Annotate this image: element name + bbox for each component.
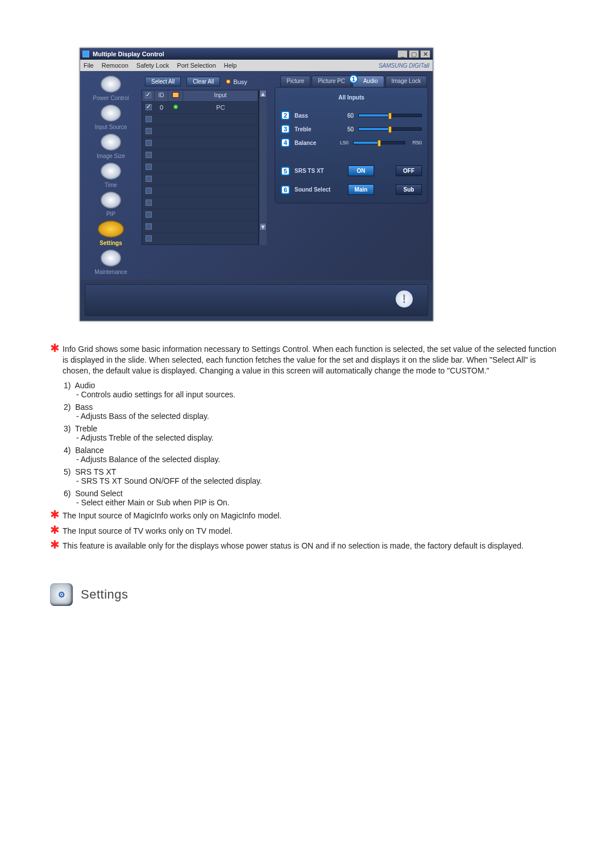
- note-text: The Input source of MagicInfo works only…: [63, 510, 564, 521]
- item-number: 2): [64, 402, 70, 412]
- table-row[interactable]: [142, 221, 258, 232]
- close-button[interactable]: ✕: [420, 50, 430, 58]
- panel-header: All Inputs: [281, 94, 422, 101]
- audio-panel: All Inputs 2Bass603Treble504BalanceL50R5…: [275, 87, 428, 203]
- intro-text: Info Grid shows some basic information n…: [63, 344, 564, 376]
- row-checkbox[interactable]: [146, 128, 152, 134]
- menu-remocon[interactable]: Remocon: [102, 62, 128, 69]
- info-grid: ID Input 0PC: [142, 90, 259, 245]
- toggle-off-button[interactable]: Sub: [396, 184, 422, 195]
- time-icon[interactable]: [101, 163, 121, 180]
- row-checkbox[interactable]: [146, 152, 152, 158]
- menu-safety-lock[interactable]: Safety Lock: [136, 62, 169, 69]
- toggle-on-button[interactable]: Main: [348, 184, 374, 195]
- sidebar: Power Control Input Source Image Size Ti…: [85, 76, 137, 275]
- tab-picture[interactable]: Picture: [280, 76, 310, 88]
- row-checkbox[interactable]: [146, 223, 152, 230]
- grid-scrollbar[interactable]: ▲ ▼: [259, 90, 267, 245]
- mdc-window: Multiple Display Control _ ▢ ✕ File Remo…: [80, 48, 433, 321]
- grid-header-id[interactable]: ID: [155, 90, 168, 101]
- slider-track[interactable]: [358, 127, 422, 131]
- row-checkbox[interactable]: [146, 116, 152, 122]
- titlebar[interactable]: Multiple Display Control _ ▢ ✕: [80, 48, 433, 60]
- slider-thumb[interactable]: [377, 140, 381, 147]
- table-row[interactable]: [142, 113, 258, 125]
- sidebar-label: Image Size: [97, 153, 125, 159]
- item-number: 1): [64, 381, 70, 390]
- callout-badge: 5: [281, 167, 290, 176]
- item-title: Sound Select: [75, 489, 122, 498]
- slider-value: 50: [338, 126, 354, 132]
- power-control-icon[interactable]: [101, 76, 121, 93]
- toggle-label: SRS TS XT: [294, 168, 333, 174]
- slider-label: Balance: [294, 140, 333, 146]
- clear-all-button[interactable]: Clear All: [186, 77, 220, 86]
- select-all-button[interactable]: Select All: [145, 77, 181, 86]
- table-row[interactable]: [142, 173, 258, 185]
- table-row[interactable]: [142, 149, 258, 161]
- row-checkbox[interactable]: [146, 176, 152, 182]
- callout-badge-1: 1: [349, 74, 358, 84]
- callout-badge: 6: [281, 185, 290, 194]
- table-row[interactable]: [142, 232, 258, 244]
- table-row[interactable]: [142, 209, 258, 221]
- item-desc: - Select either Main or Sub when PIP is …: [76, 498, 564, 507]
- toggle-off-button[interactable]: OFF: [396, 165, 422, 176]
- minimize-button[interactable]: _: [397, 50, 408, 58]
- item-desc: - SRS TS XT Sound ON/OFF of the selected…: [76, 476, 564, 485]
- image-size-icon[interactable]: [101, 134, 121, 151]
- menu-file[interactable]: File: [84, 62, 94, 69]
- item-desc: - Controls audio settings for all input …: [76, 390, 564, 399]
- row-checkbox[interactable]: [146, 188, 152, 194]
- row-checkbox[interactable]: [146, 211, 152, 218]
- scroll-down-button[interactable]: ▼: [259, 223, 267, 231]
- grid-header-check[interactable]: [142, 90, 155, 101]
- note-text: This feature is available only for the d…: [63, 541, 564, 551]
- row-checkbox[interactable]: [146, 140, 152, 146]
- item-number: 6): [64, 489, 70, 498]
- toggle-label: Sound Select: [294, 186, 333, 193]
- item-desc: - Adjusts Balance of the selected displa…: [76, 455, 564, 464]
- maximize-button[interactable]: ▢: [409, 50, 419, 58]
- table-row[interactable]: 0PC: [142, 101, 258, 113]
- settings-icon[interactable]: [98, 221, 124, 238]
- slider-label: Treble: [294, 126, 333, 132]
- slider-thumb[interactable]: [388, 126, 392, 133]
- slider-thumb[interactable]: [388, 113, 392, 119]
- input-source-icon[interactable]: [101, 105, 121, 122]
- section-title: Settings: [81, 587, 128, 602]
- table-row[interactable]: [142, 197, 258, 209]
- menu-port-selection[interactable]: Port Selection: [177, 62, 215, 69]
- menu-help[interactable]: Help: [224, 62, 237, 69]
- table-row[interactable]: [142, 125, 258, 137]
- star-icon: ✱: [50, 344, 63, 376]
- tab-picture-pc[interactable]: Picture PC: [312, 76, 351, 88]
- slider-label: Bass: [294, 113, 333, 119]
- sidebar-label: Settings: [99, 240, 122, 246]
- table-row[interactable]: [142, 161, 258, 173]
- slider-track[interactable]: [358, 114, 422, 117]
- scroll-up-button[interactable]: ▲: [259, 90, 267, 98]
- callout-badge: 4: [281, 138, 290, 147]
- tab-image-lock[interactable]: Image Lock: [385, 76, 428, 88]
- table-row[interactable]: [142, 185, 258, 197]
- menubar: File Remocon Safety Lock Port Selection …: [80, 60, 433, 71]
- star-icon: ✱: [50, 526, 63, 537]
- item-title: Balance: [75, 446, 104, 455]
- row-checkbox[interactable]: [146, 235, 152, 242]
- alert-icon: !: [396, 290, 413, 308]
- row-checkbox[interactable]: [146, 164, 152, 170]
- brand-label: SAMSUNG DIGITall: [379, 63, 429, 69]
- slider-track[interactable]: [353, 141, 405, 144]
- maintenance-icon[interactable]: [101, 250, 121, 267]
- pip-icon[interactable]: [101, 192, 121, 209]
- row-status: [168, 104, 183, 111]
- row-checkbox[interactable]: [146, 104, 152, 110]
- grid-header-status[interactable]: [168, 90, 183, 101]
- row-checkbox[interactable]: [146, 200, 152, 206]
- item-number: 3): [64, 424, 70, 433]
- toggle-on-button[interactable]: ON: [348, 165, 374, 176]
- table-row[interactable]: [142, 137, 258, 149]
- grid-header-input[interactable]: Input: [183, 90, 258, 101]
- slider-value: 60: [338, 113, 354, 119]
